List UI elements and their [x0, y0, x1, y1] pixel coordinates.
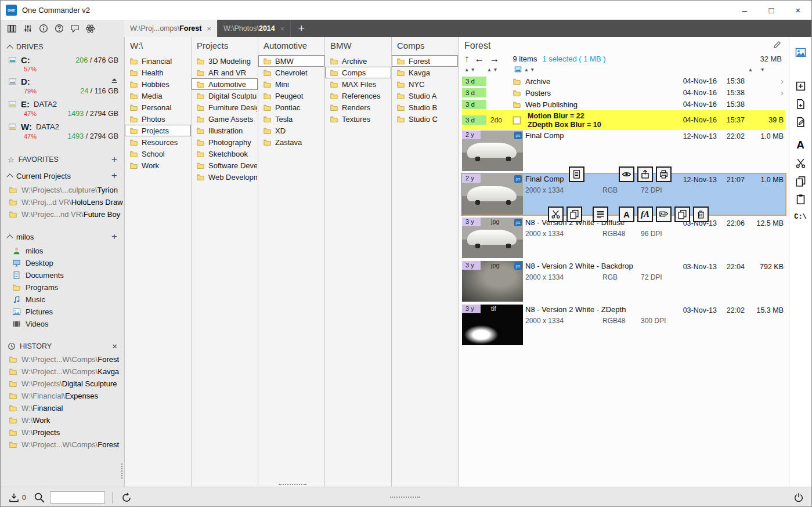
edit-name-icon[interactable]: [773, 40, 782, 52]
column-item[interactable]: Resources: [125, 136, 191, 148]
column-item[interactable]: Software Devel: [192, 160, 258, 171]
column-item[interactable]: Archive: [325, 55, 391, 67]
filter-input[interactable]: [50, 491, 105, 504]
column-item[interactable]: Kavga: [392, 67, 458, 78]
tab-close-icon[interactable]: ×: [207, 24, 211, 33]
column-item[interactable]: Financial: [125, 55, 191, 67]
column-item[interactable]: Tesla: [258, 113, 324, 125]
history-item[interactable]: W:\Work: [1, 414, 124, 426]
cut-icon[interactable]: [792, 155, 809, 171]
back-icon[interactable]: ←: [475, 54, 485, 64]
column-item[interactable]: XD: [258, 125, 324, 136]
user-folder-item[interactable]: Pictures: [1, 306, 124, 318]
file-row[interactable]: 3 ytifN8 - Version 2 White - ZDepth2000 …: [462, 305, 785, 345]
file-row[interactable]: 3 dPosters04-Nov-1615:38›: [462, 87, 785, 99]
column-item[interactable]: Web Developm: [192, 171, 258, 183]
column-item[interactable]: School: [125, 148, 191, 160]
add-to-group-icon[interactable]: +: [111, 170, 117, 182]
edit-file-icon[interactable]: [792, 114, 809, 129]
column-item[interactable]: Studio B: [392, 102, 458, 113]
collapse-icon[interactable]: [6, 173, 13, 180]
menu-lines-icon[interactable]: [593, 207, 608, 222]
column-item[interactable]: NYC: [392, 78, 458, 90]
history-item[interactable]: W:\Projects\Digital Sculpture: [1, 378, 124, 390]
terminal-icon[interactable]: C:\: [792, 209, 809, 224]
column-item[interactable]: Sketchbook: [192, 148, 258, 160]
history-item[interactable]: W:\Financial\Expenses: [1, 390, 124, 402]
file-row[interactable]: 3 d2doMotion Blur = 22ZDepth Box Blur = …: [462, 110, 785, 130]
user-folder-item[interactable]: Desktop: [1, 257, 124, 269]
cut-icon[interactable]: [548, 207, 564, 222]
rename-a-icon[interactable]: A: [619, 207, 634, 222]
column-item[interactable]: Zastava: [258, 136, 324, 148]
sidebar-resize-handle[interactable]: [121, 463, 122, 479]
user-folder-item[interactable]: Videos: [1, 318, 124, 330]
favorite-item[interactable]: W:\Proj...d VR\HoloLens Draw: [1, 196, 124, 208]
collapse-icon[interactable]: [6, 234, 13, 241]
sort-tag-toggle[interactable]: ▲▼: [487, 67, 499, 73]
user-folder-item[interactable]: Programs: [1, 281, 124, 294]
clear-history-icon[interactable]: ×: [112, 341, 117, 351]
sort-size-toggle[interactable]: ▲ ▼: [748, 67, 768, 73]
column-item[interactable]: Mini: [258, 78, 324, 90]
column-item[interactable]: Pontiac: [258, 102, 324, 113]
statusbar-handle[interactable]: [390, 497, 420, 498]
tab-forest[interactable]: W:\Proj...omps\Forest ×: [124, 20, 218, 37]
preview-panel-icon[interactable]: [792, 45, 809, 60]
file-row[interactable]: 3 dArchive04-Nov-1615:38›: [462, 75, 785, 87]
maximize-button[interactable]: □: [758, 1, 785, 20]
column-item[interactable]: Studio C: [392, 113, 458, 125]
refresh-icon[interactable]: [120, 491, 134, 505]
column-item[interactable]: Textures: [325, 113, 391, 125]
column-item[interactable]: AR and VR: [192, 67, 258, 78]
filters-icon[interactable]: [20, 21, 35, 35]
user-folder-header[interactable]: milos +: [1, 229, 124, 245]
column-item[interactable]: MAX Files: [325, 78, 391, 90]
power-icon[interactable]: [791, 491, 806, 505]
copy-name-icon[interactable]: [569, 166, 584, 182]
minimize-button[interactable]: –: [731, 1, 758, 20]
history-item[interactable]: W:\Project...W\Comps\Forest: [1, 353, 124, 365]
help-icon[interactable]: [52, 21, 66, 35]
column-item[interactable]: Game Assets: [192, 113, 258, 125]
favorite-item[interactable]: W:\Projects\...culpture\Tyrion: [1, 184, 124, 196]
feedback-icon[interactable]: [67, 21, 82, 35]
up-icon[interactable]: ↑: [464, 54, 470, 64]
drives-header[interactable]: DRIVES: [1, 40, 124, 53]
history-item[interactable]: W:\Projects: [1, 426, 124, 439]
file-row[interactable]: 3 dWeb Publishing04-Nov-1615:38: [462, 99, 785, 110]
favorites-header[interactable]: ☆ FAVORITES +: [1, 151, 124, 168]
forward-icon[interactable]: →: [490, 54, 500, 64]
column-item[interactable]: Comps: [325, 67, 391, 78]
print-icon[interactable]: [656, 166, 672, 182]
copy-icon[interactable]: [792, 173, 809, 189]
column-item[interactable]: Renders: [325, 102, 391, 113]
sort-type-icon[interactable]: [514, 66, 522, 73]
delete-icon[interactable]: [693, 207, 709, 222]
history-item[interactable]: W:\Financial: [1, 402, 124, 414]
new-file-icon[interactable]: [792, 96, 809, 111]
columns-resize-handle[interactable]: [279, 484, 306, 485]
user-folder-item[interactable]: Documents: [1, 269, 124, 281]
copy-icon[interactable]: [566, 207, 582, 222]
column-item[interactable]: 3D Modeling: [192, 55, 258, 67]
column-item[interactable]: Automotive: [192, 78, 258, 90]
column-item[interactable]: Photos: [125, 113, 191, 125]
column-item[interactable]: Chevrolet: [258, 67, 324, 78]
settings-atom-icon[interactable]: [83, 21, 98, 35]
column-item[interactable]: Studio A: [392, 90, 458, 102]
column-item[interactable]: Media: [125, 90, 191, 102]
user-folder-item[interactable]: Music: [1, 294, 124, 306]
drive-item[interactable]: W:DATA247%1493 / 2794 GB: [1, 120, 124, 143]
column-item[interactable]: BMW: [258, 55, 324, 67]
column-item[interactable]: Personal: [125, 102, 191, 113]
column-item[interactable]: Work: [125, 160, 191, 171]
file-row[interactable]: 3 yjpgpsN8 - Version 2 White - Backdrop2…: [462, 261, 785, 302]
history-item[interactable]: W:\Project...W\Comps\Forest: [1, 439, 124, 451]
drive-item[interactable]: E:DATA247%1493 / 2794 GB: [1, 97, 124, 120]
collapse-icon[interactable]: [6, 45, 13, 51]
rename-fa-icon[interactable]: fA: [637, 207, 653, 222]
duplicate-icon[interactable]: [674, 207, 690, 222]
eject-icon[interactable]: [110, 77, 118, 86]
column-item[interactable]: Photography: [192, 136, 258, 148]
